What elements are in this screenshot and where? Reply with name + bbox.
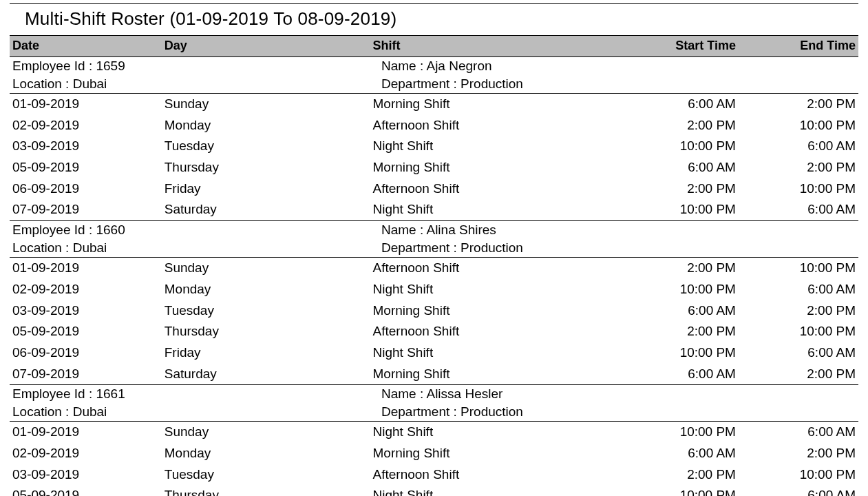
table-row: 07-09-2019SaturdayNight Shift10:00 PM6:0… (10, 199, 858, 220)
cell-shift: Morning Shift (373, 302, 628, 320)
cell-date: 05-09-2019 (10, 323, 165, 340)
column-header-end: End Time (741, 39, 858, 53)
cell-date: 05-09-2019 (10, 487, 165, 496)
employee-location-label: Location : Dubai (10, 404, 381, 420)
cell-start-time: 6:00 AM (628, 445, 741, 462)
cell-end-time: 6:00 AM (741, 344, 858, 362)
cell-shift: Night Shift (373, 424, 628, 441)
table-row: 05-09-2019ThursdayNight Shift10:00 PM6:0… (10, 485, 858, 496)
cell-day: Monday (165, 445, 373, 462)
cell-end-time: 10:00 PM (741, 117, 858, 134)
cell-day: Sunday (165, 424, 373, 441)
cell-shift: Afternoon Shift (373, 117, 628, 134)
cell-start-time: 10:00 PM (628, 487, 741, 496)
employee-name-label: Name : Alissa Hesler (381, 386, 858, 402)
cell-date: 06-09-2019 (10, 180, 165, 198)
cell-start-time: 2:00 PM (628, 260, 741, 277)
cell-start-time: 2:00 PM (628, 466, 741, 484)
employee-department-label: Department : Production (381, 76, 858, 92)
employee-id-label: Employee Id : 1661 (10, 386, 381, 402)
cell-day: Sunday (165, 96, 373, 113)
cell-shift: Afternoon Shift (373, 180, 628, 198)
cell-end-time: 2:00 PM (741, 96, 858, 113)
cell-date: 02-09-2019 (10, 117, 165, 134)
cell-date: 03-09-2019 (10, 138, 165, 155)
table-row: 02-09-2019MondayAfternoon Shift2:00 PM10… (10, 115, 858, 136)
cell-start-time: 6:00 AM (628, 366, 741, 383)
table-row: 06-09-2019FridayAfternoon Shift2:00 PM10… (10, 178, 858, 200)
cell-start-time: 10:00 PM (628, 201, 741, 218)
cell-start-time: 2:00 PM (628, 323, 741, 340)
cell-day: Monday (165, 281, 373, 298)
cell-end-time: 2:00 PM (741, 445, 858, 462)
cell-end-time: 6:00 AM (741, 281, 858, 298)
cell-end-time: 2:00 PM (741, 366, 858, 383)
cell-day: Friday (165, 180, 373, 198)
cell-end-time: 6:00 AM (741, 424, 858, 441)
cell-start-time: 6:00 AM (628, 159, 741, 176)
table-row: 02-09-2019MondayNight Shift10:00 PM6:00 … (10, 279, 858, 300)
cell-start-time: 2:00 PM (628, 180, 741, 198)
cell-end-time: 2:00 PM (741, 159, 858, 176)
cell-date: 01-09-2019 (10, 260, 165, 277)
cell-start-time: 10:00 PM (628, 344, 741, 362)
cell-shift: Night Shift (373, 201, 628, 218)
cell-end-time: 10:00 PM (741, 260, 858, 277)
cell-start-time: 2:00 PM (628, 117, 741, 134)
cell-shift: Morning Shift (373, 366, 628, 383)
cell-shift: Night Shift (373, 344, 628, 362)
cell-day: Sunday (165, 260, 373, 277)
employee-group-header: Employee Id : 1659Name : Aja NegronLocat… (10, 56, 858, 93)
column-header-shift: Shift (373, 39, 628, 53)
cell-day: Tuesday (165, 466, 373, 484)
cell-day: Thursday (165, 323, 373, 340)
cell-day: Saturday (165, 201, 373, 218)
cell-start-time: 6:00 AM (628, 96, 741, 113)
cell-date: 05-09-2019 (10, 159, 165, 176)
table-row: 01-09-2019SundayNight Shift10:00 PM6:00 … (10, 421, 858, 443)
table-row: 05-09-2019ThursdayMorning Shift6:00 AM2:… (10, 157, 858, 178)
cell-shift: Night Shift (373, 487, 628, 496)
cell-shift: Morning Shift (373, 445, 628, 462)
employee-id-label: Employee Id : 1660 (10, 223, 381, 238)
cell-start-time: 6:00 AM (628, 302, 741, 320)
cell-date: 02-09-2019 (10, 281, 165, 298)
employee-group-header: Employee Id : 1660Name : Alina ShiresLoc… (10, 220, 858, 257)
column-header-day: Day (165, 39, 373, 53)
table-row: 07-09-2019SaturdayMorning Shift6:00 AM2:… (10, 364, 858, 385)
cell-day: Tuesday (165, 302, 373, 320)
cell-shift: Afternoon Shift (373, 323, 628, 340)
cell-start-time: 10:00 PM (628, 424, 741, 441)
cell-shift: Night Shift (373, 138, 628, 155)
employee-id-label: Employee Id : 1659 (10, 59, 381, 74)
employee-department-label: Department : Production (381, 404, 858, 420)
cell-day: Monday (165, 117, 373, 134)
table-row: 01-09-2019SundayMorning Shift6:00 AM2:00… (10, 93, 858, 115)
column-header-date: Date (10, 39, 165, 53)
cell-end-time: 2:00 PM (741, 302, 858, 320)
table-row: 02-09-2019MondayMorning Shift6:00 AM2:00… (10, 443, 858, 464)
employee-group-header: Employee Id : 1661Name : Alissa HeslerLo… (10, 384, 858, 421)
cell-end-time: 10:00 PM (741, 180, 858, 198)
employee-name-label: Name : Aja Negron (381, 59, 858, 74)
page-title: Multi-Shift Roster (01-09-2019 To 08-09-… (10, 4, 858, 35)
employee-name-label: Name : Alina Shires (381, 223, 858, 238)
cell-day: Friday (165, 344, 373, 362)
table-row: 01-09-2019SundayAfternoon Shift2:00 PM10… (10, 257, 858, 279)
cell-date: 01-09-2019 (10, 424, 165, 441)
cell-shift: Afternoon Shift (373, 466, 628, 484)
cell-date: 03-09-2019 (10, 466, 165, 484)
cell-shift: Afternoon Shift (373, 260, 628, 277)
cell-date: 07-09-2019 (10, 366, 165, 383)
cell-date: 07-09-2019 (10, 201, 165, 218)
cell-shift: Night Shift (373, 281, 628, 298)
cell-day: Saturday (165, 366, 373, 383)
employee-location-label: Location : Dubai (10, 76, 381, 92)
cell-date: 01-09-2019 (10, 96, 165, 113)
cell-day: Tuesday (165, 138, 373, 155)
employee-department-label: Department : Production (381, 240, 858, 256)
cell-shift: Morning Shift (373, 96, 628, 113)
table-row: 06-09-2019FridayNight Shift10:00 PM6:00 … (10, 342, 858, 364)
cell-date: 06-09-2019 (10, 344, 165, 362)
cell-date: 03-09-2019 (10, 302, 165, 320)
